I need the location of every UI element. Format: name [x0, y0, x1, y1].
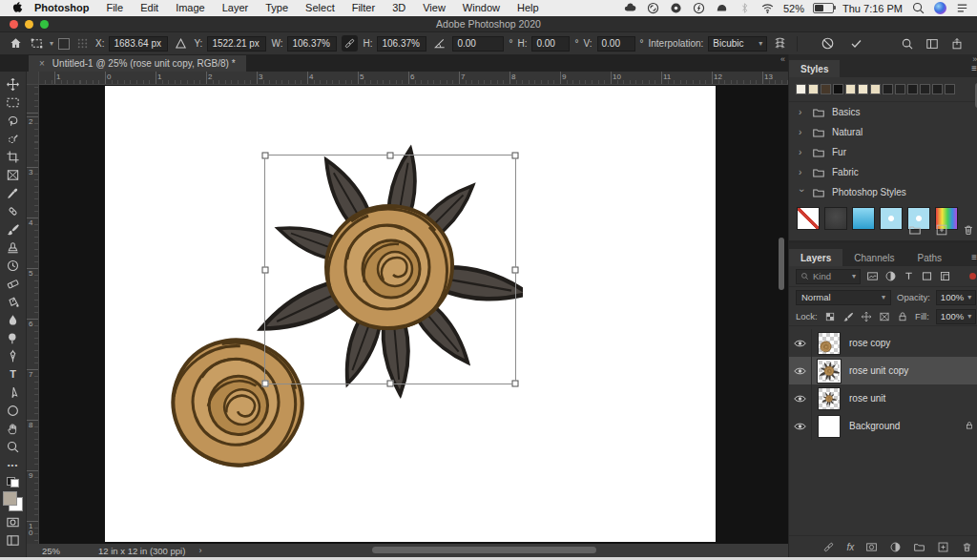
move-tool[interactable]	[4, 76, 23, 92]
menu-photoshop[interactable]: Photoshop	[31, 0, 97, 16]
style-group-basics[interactable]: › Basics	[789, 102, 977, 122]
lock-artboard-icon[interactable]	[879, 311, 890, 322]
foreground-background-colors[interactable]	[3, 491, 23, 511]
style-mini-swatch[interactable]	[932, 84, 943, 94]
layer-visibility-toggle[interactable]	[789, 357, 812, 384]
share-icon[interactable]	[950, 37, 964, 51]
screen-mode-button[interactable]	[4, 532, 23, 548]
type-tool[interactable]: T	[4, 366, 23, 382]
tab-channels[interactable]: Channels	[842, 249, 905, 266]
layer-name[interactable]: rose unit copy	[849, 365, 908, 376]
commit-transform-button[interactable]	[848, 35, 864, 52]
tool-chevron-icon[interactable]: ▾	[50, 39, 53, 48]
layer-thumbnail[interactable]	[818, 387, 841, 410]
default-colors-icon[interactable]	[7, 477, 19, 487]
wifi-icon[interactable]	[760, 1, 775, 15]
style-mini-swatch[interactable]	[870, 84, 881, 94]
lasso-tool[interactable]	[4, 113, 23, 128]
foreground-color-swatch[interactable]	[3, 491, 17, 506]
layer-thumbnail[interactable]	[818, 360, 841, 383]
style-mini-swatch[interactable]	[833, 84, 843, 94]
spotlight-icon[interactable]	[911, 1, 925, 15]
style-preset-blue-gradient[interactable]	[852, 207, 875, 230]
chevron-right-icon[interactable]: ›	[799, 127, 805, 137]
link-layers-icon[interactable]	[822, 541, 835, 553]
style-mini-swatch[interactable]	[858, 84, 868, 94]
interpolation-select[interactable]: Bicubic▾	[708, 36, 767, 52]
pen-tool[interactable]	[4, 348, 23, 363]
status-chevron-icon[interactable]: ›	[198, 546, 201, 555]
layer-effects-icon[interactable]: fx	[846, 542, 854, 552]
blend-mode-select[interactable]: Normal▾	[796, 290, 891, 305]
transform-handle-n[interactable]	[387, 153, 394, 159]
history-brush-tool[interactable]	[4, 258, 23, 273]
minimize-window-button[interactable]	[25, 20, 33, 29]
collapse-dock-right-icon[interactable]: »	[972, 54, 977, 64]
layer-row-background[interactable]: Background	[789, 412, 977, 440]
style-mini-swatch[interactable]	[895, 84, 905, 94]
transform-handle-e[interactable]	[512, 266, 519, 273]
layer-lock-icon[interactable]	[965, 418, 974, 435]
v-skew-field[interactable]: 0.00	[597, 36, 635, 52]
new-style-icon[interactable]	[935, 223, 948, 237]
ruler-top[interactable]: 1012345678910111213	[39, 72, 788, 85]
layer-visibility-toggle[interactable]	[789, 384, 812, 412]
transform-handle-sw[interactable]	[262, 381, 269, 387]
paint-bucket-tool[interactable]	[4, 294, 23, 309]
menu-filter[interactable]: Filter	[343, 0, 384, 16]
filter-type-layers-icon[interactable]	[903, 270, 915, 282]
creative-cloud-icon[interactable]	[646, 1, 660, 15]
transform-handle-s[interactable]	[387, 381, 394, 387]
filtering-toggle[interactable]	[969, 273, 976, 280]
app-status-icon[interactable]	[669, 1, 683, 15]
quick-mask-button[interactable]	[4, 514, 23, 529]
h-skew-field[interactable]: 0.00	[531, 36, 570, 52]
style-mini-swatch[interactable]	[808, 84, 819, 94]
width-field[interactable]: 106.37%	[287, 36, 337, 52]
style-preset-blue-dot[interactable]	[880, 207, 903, 230]
edit-toolbar-button[interactable]: •••	[4, 457, 23, 472]
function-status-icon[interactable]	[692, 1, 706, 15]
document-tab[interactable]: × Untitled-1 @ 25% (rose unit copy, RGB/…	[29, 55, 246, 72]
style-mini-swatch[interactable]	[796, 84, 806, 94]
layer-filter-kind-select[interactable]: Kind ▾	[796, 269, 861, 284]
style-preset-none[interactable]	[797, 207, 820, 230]
workspace-switcher-icon[interactable]	[925, 37, 939, 51]
layer-thumbnail[interactable]	[818, 332, 841, 355]
style-preset-dark[interactable]	[824, 207, 847, 230]
menu-3d[interactable]: 3D	[384, 0, 414, 16]
transform-handle-se[interactable]	[512, 381, 519, 387]
tab-styles[interactable]: Styles	[789, 60, 840, 77]
style-group-fabric[interactable]: › Fabric	[789, 162, 977, 182]
reference-point-checkbox[interactable]	[58, 38, 70, 50]
cancel-transform-button[interactable]	[820, 35, 836, 52]
transform-tool-icon[interactable]	[29, 35, 45, 52]
document-canvas[interactable]	[105, 86, 716, 542]
maintain-aspect-ratio-button[interactable]	[342, 35, 358, 52]
layer-name[interactable]: rose copy	[849, 338, 890, 348]
lock-pixels-icon[interactable]	[842, 311, 854, 322]
warp-mode-button[interactable]	[772, 35, 788, 52]
hand-tool[interactable]	[4, 421, 23, 436]
style-mini-swatch[interactable]	[883, 84, 893, 94]
delete-style-icon[interactable]	[962, 223, 975, 237]
lock-all-icon[interactable]	[897, 311, 908, 322]
siri-icon[interactable]	[934, 2, 946, 14]
bluetooth-icon[interactable]	[738, 1, 752, 15]
frame-tool[interactable]	[4, 167, 23, 182]
blur-tool[interactable]	[4, 312, 23, 327]
icloud-icon[interactable]	[623, 1, 637, 15]
menu-type[interactable]: Type	[257, 0, 297, 16]
layer-visibility-toggle[interactable]	[789, 329, 812, 357]
transform-bounding-box[interactable]	[264, 155, 516, 384]
path-selection-tool[interactable]	[4, 384, 23, 400]
relative-position-icon[interactable]	[173, 35, 189, 52]
layer-name[interactable]: Background	[849, 421, 900, 431]
horizontal-scrollbar[interactable]	[372, 547, 596, 553]
x-position-field[interactable]: 1683.64 px	[109, 36, 168, 52]
fill-field[interactable]: 100%▾	[936, 309, 976, 324]
menu-select[interactable]: Select	[297, 0, 343, 16]
sketch-status-icon[interactable]	[715, 1, 729, 15]
styles-panel-menu-icon[interactable]: ≡	[971, 63, 977, 73]
filter-pixel-layers-icon[interactable]	[866, 270, 879, 282]
